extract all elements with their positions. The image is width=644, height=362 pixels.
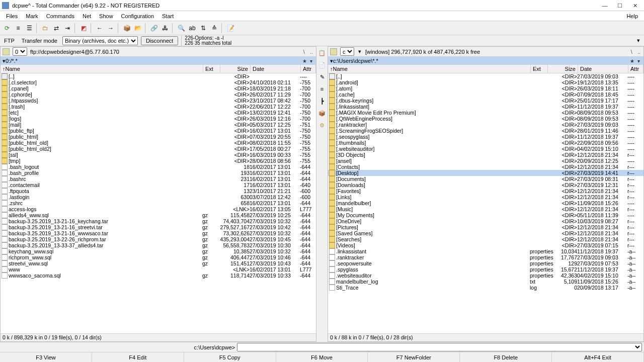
edit-icon[interactable]: ✎ xyxy=(317,72,327,81)
file-row[interactable]: [.trash]<DIR>22/06/2017 12:22-700 xyxy=(1,104,316,110)
minimize-button[interactable]: — xyxy=(598,1,612,10)
right-drive-select[interactable]: c xyxy=(340,47,354,56)
file-row[interactable]: .bash_logout1816/02/2017 13:01-644 xyxy=(1,164,316,170)
file-row[interactable]: [public_html_old]<DIR>08/02/2018 11:55-7… xyxy=(1,140,316,146)
file-row[interactable]: [Saved Games]<DIR>12/12/2018 21:34r--- xyxy=(328,230,643,236)
file-row[interactable]: [My Documents]<DIR>05/11/2018 11:39---- xyxy=(328,212,643,218)
file-row[interactable]: [public_ftp]<DIR>16/02/2017 13:01-750 xyxy=(1,128,316,134)
fkey-f4[interactable]: F4 Edit xyxy=(92,352,184,362)
menu-files[interactable]: Files xyxy=(2,12,22,20)
file-row[interactable]: backup-3.25.2019_13-21-16_wwwsaco.targz7… xyxy=(1,230,316,236)
file-row[interactable]: [Music]<DIR>12/12/2018 21:34r--- xyxy=(328,206,643,212)
file-row[interactable]: richprom_www.sqlgz406,44727/03/2019 10:4… xyxy=(1,254,316,260)
maximize-button[interactable]: ☐ xyxy=(613,1,627,10)
file-row[interactable]: .bashrc23116/02/2017 13:01-644 xyxy=(1,176,316,182)
unpack-icon[interactable]: 📂 xyxy=(133,23,143,33)
col-date[interactable]: Date xyxy=(578,65,628,73)
file-row[interactable]: [OneDrive]<DIR>10/03/2019 08:27r--- xyxy=(328,218,643,224)
file-row[interactable]: [Contacts]<DIR>12/12/2018 21:34r--- xyxy=(328,164,643,170)
fkey-alt+f4[interactable]: Alt+F4 Exit xyxy=(552,352,644,362)
left-drive-select[interactable]: 0 xyxy=(13,47,27,56)
file-row[interactable]: [.seospyglass]<DIR>11/12/2018 19:37---- xyxy=(328,134,643,140)
col-attr[interactable]: Attr xyxy=(301,65,316,73)
left-file-list[interactable]: [..]<DIR>----[.cl.selector]<DIR>24/10/20… xyxy=(1,73,316,333)
file-row[interactable]: [.thumbnails]<DIR>22/09/2018 09:56---- xyxy=(328,140,643,146)
list-icon[interactable]: ≡ xyxy=(317,84,327,94)
file-row[interactable]: [.cpanel]<DIR>18/03/2019 21:18-700 xyxy=(1,85,316,92)
file-row[interactable]: [.ScreamingFrogSEOSpider]<DIR>28/01/2019… xyxy=(328,128,643,134)
refresh-icon[interactable]: ⟳ xyxy=(2,23,12,33)
file-row[interactable]: access-logs<LNK>16/02/2017 13:05L777 xyxy=(1,206,316,212)
file-row[interactable]: [.QtWebEngineProcess]<DIR>08/09/2018 09:… xyxy=(328,116,643,122)
compare-icon[interactable]: ≙ xyxy=(209,23,219,33)
file-row[interactable]: [..]<DIR>---- xyxy=(1,73,316,79)
file-row[interactable]: [logs]<DIR>26/03/2019 12:16-700 xyxy=(1,116,316,122)
forward-icon[interactable]: → xyxy=(106,23,116,33)
file-row[interactable]: [Links]<DIR>12/12/2018 21:34r--- xyxy=(328,194,643,200)
invert-icon[interactable]: ◩ xyxy=(78,23,89,33)
file-row[interactable]: [tmp]<DIR>28/06/2018 08:56-755 xyxy=(1,158,316,164)
file-row[interactable]: [public_html_old2]<DIR>17/05/2018 00:27-… xyxy=(1,146,316,152)
menu-commands[interactable]: Commands xyxy=(42,12,78,20)
parent-button[interactable]: .. xyxy=(309,49,314,55)
file-row[interactable]: [.dbus-keyrings]<DIR>25/01/2019 17:17---… xyxy=(328,98,643,104)
ftp-dropdown-icon[interactable]: ▾ xyxy=(635,37,642,44)
col-date[interactable]: Date xyxy=(251,65,301,73)
file-row[interactable]: www<LNK>16/02/2017 13:01L777 xyxy=(1,266,316,273)
file-row[interactable]: .zshrc65816/02/2017 13:01-644 xyxy=(1,200,316,206)
col-name[interactable]: ↑Name xyxy=(1,65,203,73)
file-row[interactable]: [.websiteauditor]<DIR>04/02/2019 15:10--… xyxy=(328,146,643,152)
file-row[interactable]: [.cl.selector]<DIR>24/10/2018 02:11-755 xyxy=(1,79,316,85)
close-button[interactable]: ✕ xyxy=(628,1,642,10)
command-input[interactable] xyxy=(237,343,642,351)
fkey-f7[interactable]: F7 NewFolder xyxy=(368,352,460,362)
history-icon[interactable]: ▾ xyxy=(636,58,641,64)
file-row[interactable]: .ranktrackerproperties17,76727/03/2019 0… xyxy=(328,254,643,260)
root-button[interactable]: \ xyxy=(302,49,306,55)
config-icon[interactable]: ⚙ xyxy=(317,121,327,130)
file-row[interactable]: allieds4_www.sqlgz115,45827/03/2019 10:2… xyxy=(1,212,316,218)
right-column-headers[interactable]: ↑Name Ext Size Date Attr xyxy=(328,65,643,73)
file-row[interactable]: [..]<DIR>27/03/2019 09:03---- xyxy=(328,73,643,79)
brief-view-icon[interactable]: ≡ xyxy=(13,23,23,33)
tree-icon[interactable]: 🗀 xyxy=(40,23,50,33)
file-row[interactable]: [3D Objects]<DIR>12/12/2018 21:34r--- xyxy=(328,152,643,158)
file-row[interactable]: [Documents]<DIR>27/03/2019 08:31r--- xyxy=(328,176,643,182)
right-pathbar[interactable]: ▾c:\Users\dcpwe\*.* ★ ▾ xyxy=(328,57,643,65)
file-row[interactable]: backup-3.25.2019_13-21-16_streetvi.targz… xyxy=(1,224,316,230)
file-row[interactable]: keychang_www.sqlgz10,38527/03/2019 10:32… xyxy=(1,248,316,254)
history-icon[interactable]: ▾ xyxy=(308,58,314,64)
file-row[interactable]: streetvi_www.sqlgz151,45127/03/2019 10:4… xyxy=(1,260,316,266)
file-row[interactable]: [.htpasswds]<DIR>23/10/2017 08:42-750 xyxy=(1,98,316,104)
copy-names-icon[interactable]: 📋 xyxy=(317,48,327,57)
file-row[interactable]: [Searches]<DIR>12/12/2018 21:34r--- xyxy=(328,236,643,242)
favorites-icon[interactable]: ★ xyxy=(301,58,308,64)
col-name[interactable]: ↑Name xyxy=(328,65,531,73)
search-icon[interactable]: 🔍 xyxy=(176,23,186,33)
ftp-new-icon[interactable]: 🖧 xyxy=(160,23,170,33)
sync-icon[interactable]: ⇅ xyxy=(198,23,208,33)
file-row[interactable]: .bash_profile19316/02/2017 13:01-644 xyxy=(1,170,316,176)
back-icon[interactable]: ← xyxy=(95,23,105,33)
col-size[interactable]: Size xyxy=(220,65,251,73)
favorites-icon[interactable]: ★ xyxy=(628,58,636,64)
file-row[interactable]: [.cphorde]<DIR>26/02/2017 11:29-700 xyxy=(1,92,316,98)
left-column-headers[interactable]: ↑Name Ext Size Date Attr xyxy=(1,65,316,73)
file-row[interactable]: [etc]<DIR>13/02/2019 12:41-750 xyxy=(1,110,316,116)
file-row[interactable]: [mandelbulber]<DIR>11/09/2018 15:26---- xyxy=(328,200,643,206)
file-row[interactable]: .seopowersuiteproperties12927/03/2019 07… xyxy=(328,260,643,266)
file-row[interactable]: .contactemail1716/02/2017 13:01-640 xyxy=(1,182,316,188)
menu-configuration[interactable]: Configuration xyxy=(117,12,158,20)
file-row[interactable]: [mail]<DIR>05/03/2017 12:25-751 xyxy=(1,122,316,128)
ftp-connect-icon[interactable]: 🔗 xyxy=(149,23,159,33)
file-row[interactable]: [.MAGIX Movie Edit Pro Premium]<DIR>08/0… xyxy=(328,110,643,116)
transfer-mode-select[interactable]: Binary (archives, doc etc.) xyxy=(62,36,138,45)
target-icon[interactable]: ⇥ xyxy=(62,23,72,33)
file-row[interactable]: [Videos]<DIR>27/03/2019 07:15r--- xyxy=(328,242,643,248)
menu-net[interactable]: Net xyxy=(78,12,95,20)
file-row[interactable]: [.cache]<DIR>07/09/2018 18:45---- xyxy=(328,92,643,98)
tree-icon-v[interactable]: ┣ xyxy=(317,97,327,106)
file-row[interactable]: [ssl]<DIR>16/03/2019 00:33-755 xyxy=(1,152,316,158)
menu-mark[interactable]: Mark xyxy=(22,12,42,20)
file-row[interactable]: [.atom]<DIR>26/03/2019 18:11---- xyxy=(328,85,643,92)
